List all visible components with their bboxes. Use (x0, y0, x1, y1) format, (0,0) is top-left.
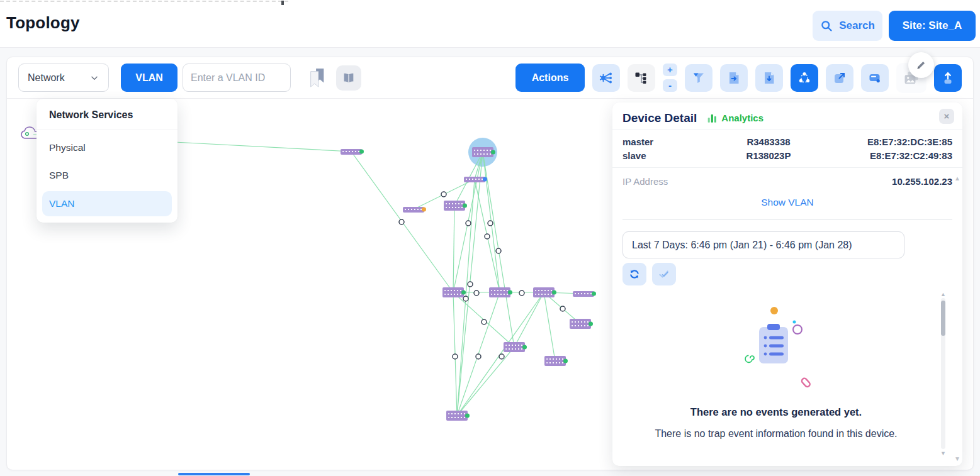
edge-junction[interactable] (463, 296, 468, 301)
device-rows: master R3483338 E8:E7:32:DC:3E:85 slave … (612, 130, 962, 168)
window-edge-artifact (0, 1, 288, 2)
panel-scroll-down-icon[interactable]: ▼ (954, 456, 960, 462)
hierarchy-icon (634, 70, 649, 86)
empty-state-subtitle: There is no trap event information found… (612, 428, 940, 440)
edge-junction[interactable] (499, 354, 504, 359)
edge-junction[interactable] (441, 192, 446, 197)
node-status-blue (483, 177, 487, 182)
date-range-picker[interactable]: Last 7 Days: 6:46 pm (Jan 21) - 6:46 pm … (622, 231, 904, 258)
events-scrollbar-thumb[interactable] (941, 301, 945, 336)
ip-address-label: IP Address (622, 176, 668, 187)
vlan-button[interactable]: VLAN (121, 64, 177, 92)
node-status-orange (422, 208, 426, 212)
zoom-out-button[interactable]: - (663, 79, 677, 92)
open-external-button[interactable] (826, 64, 853, 92)
share-topology-button[interactable] (791, 64, 818, 92)
vlan-id-input[interactable] (183, 64, 291, 92)
device-row-slave: slave R138023P E8:E7:32:C2:49:83 (622, 148, 952, 162)
zoom-controls: + - (663, 64, 677, 92)
node-status-green (461, 291, 466, 295)
topology-node-n9[interactable] (573, 291, 594, 297)
topology-node-n3[interactable] (464, 177, 485, 182)
edge-junction[interactable] (560, 306, 565, 311)
zoom-in-button[interactable]: + (663, 64, 677, 76)
panel-scroll-up-icon[interactable]: ▲ (954, 175, 960, 182)
apply-check-button[interactable] (652, 263, 676, 285)
double-check-icon (658, 268, 670, 280)
device-role: master (622, 136, 717, 147)
network-type-select-value: Network (28, 72, 65, 84)
analytics-tab[interactable]: Analytics (707, 113, 763, 124)
device-model: R138023P (717, 150, 820, 161)
refresh-button[interactable] (622, 263, 646, 285)
topology-node-n5[interactable] (403, 207, 424, 213)
upload-button[interactable] (934, 64, 962, 92)
import-file-button[interactable] (755, 64, 783, 92)
refresh-icon (628, 268, 641, 280)
topology-node-n2[interactable] (472, 147, 493, 157)
analytics-tab-label: Analytics (721, 113, 763, 123)
edge-junction[interactable] (468, 282, 473, 287)
actions-button[interactable]: Actions (515, 64, 585, 92)
topology-node-n10[interactable] (570, 319, 591, 329)
horizontal-scrollbar-thumb[interactable] (178, 473, 250, 475)
topology-node-n8[interactable] (533, 287, 555, 297)
topology-node-n7[interactable] (489, 287, 510, 297)
edge-junction[interactable] (482, 319, 487, 324)
dropdown-item-physical[interactable]: Physical (37, 134, 177, 162)
dropdown-item-spb[interactable]: SPB (37, 162, 177, 189)
node-status-green (465, 414, 470, 418)
empty-state-title: There are no events generated yet. (612, 406, 940, 418)
device-detail-panel: Device Detail Analytics × master R348333… (612, 102, 962, 466)
edge-junction[interactable] (519, 291, 524, 296)
hierarchy-layout-button[interactable] (628, 64, 655, 92)
bookmark-button[interactable] (307, 67, 327, 89)
topology-node-n12[interactable] (544, 356, 566, 366)
page-title: Topology (6, 13, 80, 33)
topology-node-n13[interactable] (446, 411, 468, 421)
node-status-green (592, 292, 596, 296)
search-button-label: Search (839, 19, 875, 32)
edge-junction[interactable] (466, 221, 471, 226)
panel-divider (622, 219, 952, 220)
site-selector-button[interactable]: Site: Site_A (889, 11, 976, 41)
events-empty-state: There are no events generated yet. There… (612, 291, 962, 467)
upload-icon (940, 70, 955, 86)
topology-toolbar: Network VLAN Actions (7, 57, 973, 99)
bookmark-icon (307, 67, 327, 89)
panel-title: Device Detail (622, 111, 697, 125)
open-external-icon (832, 70, 847, 86)
edge-junction[interactable] (453, 354, 458, 359)
edge-junction[interactable] (476, 354, 481, 359)
device-role: slave (622, 150, 717, 161)
network-type-select[interactable]: Network (18, 64, 109, 92)
node-status-green (491, 150, 495, 155)
device-row-master: master R3483338 E8:E7:32:DC:3E:85 (622, 135, 952, 148)
topology-node-n1[interactable] (341, 149, 362, 155)
node-status-green (563, 359, 568, 363)
export-file-button[interactable] (720, 64, 748, 92)
network-settings-button[interactable] (592, 64, 620, 92)
dropdown-item-vlan[interactable]: VLAN (42, 191, 172, 216)
edge-junction[interactable] (474, 291, 479, 296)
legend-book-button[interactable] (336, 65, 361, 91)
topology-node-n11[interactable] (504, 342, 525, 352)
edge-junction[interactable] (399, 219, 404, 224)
search-button[interactable]: Search (813, 11, 882, 41)
open-book-icon (342, 71, 356, 85)
topology-node-n6[interactable] (442, 287, 464, 297)
close-panel-button[interactable]: × (939, 109, 954, 124)
filter-button[interactable] (685, 64, 712, 92)
clear-topology-button[interactable] (861, 64, 889, 92)
edge-junction[interactable] (496, 248, 501, 253)
scroll-up-icon[interactable]: ▲ (940, 292, 946, 297)
edit-pencil-button[interactable] (908, 52, 934, 78)
edge-junction[interactable] (488, 221, 493, 226)
events-scrollbar[interactable]: ▲ ▼ (940, 292, 946, 457)
topology-edge (514, 292, 544, 347)
scroll-down-icon[interactable]: ▼ (940, 451, 946, 457)
node-status-green (359, 150, 364, 154)
edge-junction[interactable] (485, 234, 490, 239)
topology-node-n4[interactable] (444, 201, 465, 211)
show-vlan-link[interactable]: Show VLAN (612, 197, 962, 208)
